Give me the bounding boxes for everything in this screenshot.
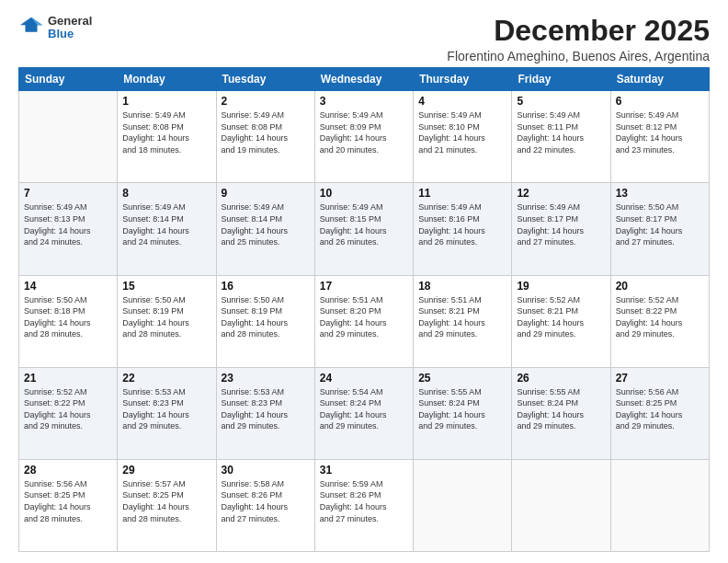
table-row: 6Sunrise: 5:49 AM Sunset: 8:12 PM Daylig… — [610, 91, 709, 183]
table-row — [414, 459, 512, 551]
table-row — [512, 459, 610, 551]
table-row: 20Sunrise: 5:52 AM Sunset: 8:22 PM Dayli… — [610, 275, 709, 367]
header-thursday: Thursday — [414, 68, 512, 91]
day-info: Sunrise: 5:50 AM Sunset: 8:19 PM Dayligh… — [122, 294, 210, 340]
day-info: Sunrise: 5:53 AM Sunset: 8:23 PM Dayligh… — [122, 386, 210, 432]
day-number: 6 — [616, 95, 704, 108]
day-info: Sunrise: 5:49 AM Sunset: 8:17 PM Dayligh… — [517, 201, 605, 247]
header: General Blue December 2025 Florentino Am… — [18, 15, 710, 63]
table-row: 29Sunrise: 5:57 AM Sunset: 8:25 PM Dayli… — [118, 459, 216, 551]
day-number: 20 — [616, 280, 704, 293]
calendar-table: Sunday Monday Tuesday Wednesday Thursday… — [18, 67, 710, 552]
day-number: 28 — [24, 464, 112, 477]
logo-text: General Blue — [48, 15, 92, 41]
day-number: 17 — [320, 280, 408, 293]
table-row: 24Sunrise: 5:54 AM Sunset: 8:24 PM Dayli… — [314, 367, 413, 459]
day-number: 11 — [418, 187, 506, 200]
day-info: Sunrise: 5:51 AM Sunset: 8:20 PM Dayligh… — [320, 294, 408, 340]
day-info: Sunrise: 5:49 AM Sunset: 8:16 PM Dayligh… — [418, 201, 506, 247]
table-row: 5Sunrise: 5:49 AM Sunset: 8:11 PM Daylig… — [512, 91, 610, 183]
day-number: 25 — [418, 372, 506, 385]
day-info: Sunrise: 5:58 AM Sunset: 8:26 PM Dayligh… — [222, 478, 310, 524]
day-number: 5 — [517, 95, 605, 108]
table-row: 17Sunrise: 5:51 AM Sunset: 8:20 PM Dayli… — [314, 275, 413, 367]
table-row: 31Sunrise: 5:59 AM Sunset: 8:26 PM Dayli… — [314, 459, 413, 551]
day-number: 24 — [320, 372, 408, 385]
day-number: 31 — [320, 464, 408, 477]
day-number: 23 — [222, 372, 310, 385]
day-info: Sunrise: 5:49 AM Sunset: 8:08 PM Dayligh… — [222, 109, 310, 155]
calendar-week-row: 28Sunrise: 5:56 AM Sunset: 8:25 PM Dayli… — [19, 459, 710, 551]
day-info: Sunrise: 5:51 AM Sunset: 8:21 PM Dayligh… — [418, 294, 506, 340]
day-info: Sunrise: 5:49 AM Sunset: 8:08 PM Dayligh… — [122, 109, 210, 155]
day-number: 15 — [122, 280, 210, 293]
logo: General Blue — [18, 15, 92, 41]
day-number: 12 — [517, 187, 605, 200]
day-info: Sunrise: 5:55 AM Sunset: 8:24 PM Dayligh… — [517, 386, 605, 432]
day-info: Sunrise: 5:49 AM Sunset: 8:10 PM Dayligh… — [418, 109, 506, 155]
title-block: December 2025 Florentino Ameghino, Bueno… — [447, 15, 710, 63]
calendar-week-row: 7Sunrise: 5:49 AM Sunset: 8:13 PM Daylig… — [19, 183, 710, 275]
day-info: Sunrise: 5:49 AM Sunset: 8:14 PM Dayligh… — [122, 201, 210, 247]
day-info: Sunrise: 5:50 AM Sunset: 8:18 PM Dayligh… — [24, 294, 112, 340]
day-number: 4 — [418, 95, 506, 108]
day-number: 8 — [122, 187, 210, 200]
day-info: Sunrise: 5:52 AM Sunset: 8:21 PM Dayligh… — [517, 294, 605, 340]
day-info: Sunrise: 5:54 AM Sunset: 8:24 PM Dayligh… — [320, 386, 408, 432]
table-row: 21Sunrise: 5:52 AM Sunset: 8:22 PM Dayli… — [19, 367, 118, 459]
day-info: Sunrise: 5:55 AM Sunset: 8:24 PM Dayligh… — [418, 386, 506, 432]
table-row: 25Sunrise: 5:55 AM Sunset: 8:24 PM Dayli… — [414, 367, 512, 459]
table-row: 8Sunrise: 5:49 AM Sunset: 8:14 PM Daylig… — [118, 183, 216, 275]
page: General Blue December 2025 Florentino Am… — [0, 0, 728, 563]
table-row: 27Sunrise: 5:56 AM Sunset: 8:25 PM Dayli… — [610, 367, 709, 459]
table-row: 15Sunrise: 5:50 AM Sunset: 8:19 PM Dayli… — [118, 275, 216, 367]
table-row: 2Sunrise: 5:49 AM Sunset: 8:08 PM Daylig… — [216, 91, 314, 183]
day-number: 26 — [517, 372, 605, 385]
calendar-week-row: 14Sunrise: 5:50 AM Sunset: 8:18 PM Dayli… — [19, 275, 710, 367]
day-number: 13 — [616, 187, 704, 200]
day-info: Sunrise: 5:49 AM Sunset: 8:09 PM Dayligh… — [320, 109, 408, 155]
calendar-header-row: Sunday Monday Tuesday Wednesday Thursday… — [19, 68, 710, 91]
table-row: 26Sunrise: 5:55 AM Sunset: 8:24 PM Dayli… — [512, 367, 610, 459]
table-row: 10Sunrise: 5:49 AM Sunset: 8:15 PM Dayli… — [314, 183, 413, 275]
day-number: 22 — [122, 372, 210, 385]
day-info: Sunrise: 5:52 AM Sunset: 8:22 PM Dayligh… — [616, 294, 704, 340]
table-row: 22Sunrise: 5:53 AM Sunset: 8:23 PM Dayli… — [118, 367, 216, 459]
day-number: 7 — [24, 187, 112, 200]
header-saturday: Saturday — [610, 68, 709, 91]
table-row: 7Sunrise: 5:49 AM Sunset: 8:13 PM Daylig… — [19, 183, 118, 275]
day-info: Sunrise: 5:53 AM Sunset: 8:23 PM Dayligh… — [222, 386, 310, 432]
table-row: 9Sunrise: 5:49 AM Sunset: 8:14 PM Daylig… — [216, 183, 314, 275]
table-row: 18Sunrise: 5:51 AM Sunset: 8:21 PM Dayli… — [414, 275, 512, 367]
header-wednesday: Wednesday — [314, 68, 413, 91]
day-info: Sunrise: 5:49 AM Sunset: 8:13 PM Dayligh… — [24, 201, 112, 247]
day-number: 3 — [320, 95, 408, 108]
day-number: 14 — [24, 280, 112, 293]
table-row: 14Sunrise: 5:50 AM Sunset: 8:18 PM Dayli… — [19, 275, 118, 367]
day-info: Sunrise: 5:49 AM Sunset: 8:11 PM Dayligh… — [517, 109, 605, 155]
calendar-week-row: 1Sunrise: 5:49 AM Sunset: 8:08 PM Daylig… — [19, 91, 710, 183]
table-row: 3Sunrise: 5:49 AM Sunset: 8:09 PM Daylig… — [314, 91, 413, 183]
table-row: 4Sunrise: 5:49 AM Sunset: 8:10 PM Daylig… — [414, 91, 512, 183]
day-number: 9 — [222, 187, 310, 200]
table-row: 11Sunrise: 5:49 AM Sunset: 8:16 PM Dayli… — [414, 183, 512, 275]
calendar-week-row: 21Sunrise: 5:52 AM Sunset: 8:22 PM Dayli… — [19, 367, 710, 459]
table-row: 19Sunrise: 5:52 AM Sunset: 8:21 PM Dayli… — [512, 275, 610, 367]
table-row — [610, 459, 709, 551]
day-info: Sunrise: 5:49 AM Sunset: 8:15 PM Dayligh… — [320, 201, 408, 247]
day-info: Sunrise: 5:50 AM Sunset: 8:19 PM Dayligh… — [222, 294, 310, 340]
day-info: Sunrise: 5:49 AM Sunset: 8:14 PM Dayligh… — [222, 201, 310, 247]
day-info: Sunrise: 5:59 AM Sunset: 8:26 PM Dayligh… — [320, 478, 408, 524]
day-number: 2 — [222, 95, 310, 108]
table-row: 13Sunrise: 5:50 AM Sunset: 8:17 PM Dayli… — [610, 183, 709, 275]
day-info: Sunrise: 5:49 AM Sunset: 8:12 PM Dayligh… — [616, 109, 704, 155]
day-number: 30 — [222, 464, 310, 477]
table-row: 12Sunrise: 5:49 AM Sunset: 8:17 PM Dayli… — [512, 183, 610, 275]
table-row: 23Sunrise: 5:53 AM Sunset: 8:23 PM Dayli… — [216, 367, 314, 459]
day-info: Sunrise: 5:52 AM Sunset: 8:22 PM Dayligh… — [24, 386, 112, 432]
header-tuesday: Tuesday — [216, 68, 314, 91]
header-friday: Friday — [512, 68, 610, 91]
day-number: 10 — [320, 187, 408, 200]
day-number: 16 — [222, 280, 310, 293]
table-row: 1Sunrise: 5:49 AM Sunset: 8:08 PM Daylig… — [118, 91, 216, 183]
